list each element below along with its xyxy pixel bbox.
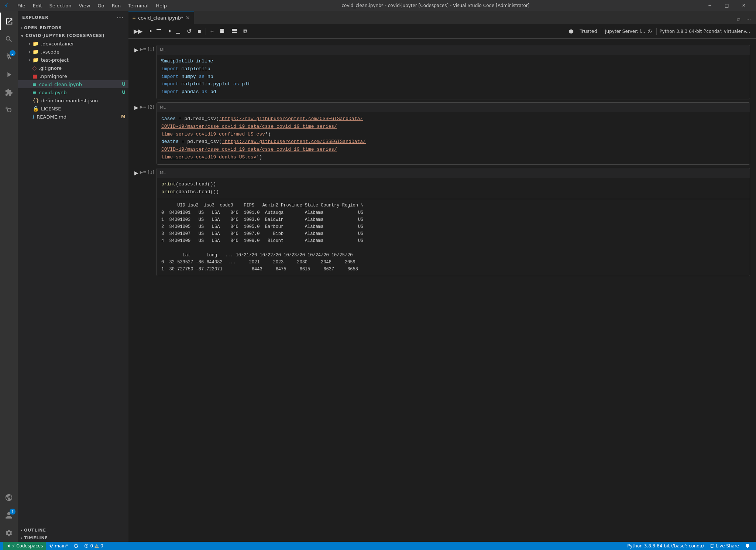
cell-2-number: [2] — [148, 105, 154, 110]
tab-notebook-icon: ≡ — [132, 15, 136, 20]
outline-section[interactable]: › OUTLINE — [18, 526, 128, 534]
clear-button[interactable] — [217, 27, 228, 35]
menu-file[interactable]: File — [14, 2, 28, 9]
table-view-button[interactable] — [229, 27, 240, 35]
activity-explorer[interactable] — [0, 13, 18, 30]
run-above-button[interactable] — [146, 27, 164, 35]
file-npmignore[interactable]: › ■ .npmignore — [18, 72, 128, 80]
editor-area: ≡ covid_clean.ipynb* ✕ ⧉ ··· ▶▶ ↺ ■ — [128, 11, 756, 542]
cell-2-run-button[interactable]: ▶ — [134, 105, 138, 110]
cell-1-body[interactable]: ML %matplotlib inline import matplotlib … — [157, 45, 750, 99]
close-button[interactable]: ✕ — [735, 0, 752, 11]
menu-terminal[interactable]: Terminal — [125, 2, 151, 9]
run-all-button[interactable]: ▶▶ — [131, 27, 145, 36]
svg-rect-6 — [232, 29, 237, 30]
cell-3-type[interactable]: ML — [160, 170, 166, 175]
chevron-right-icon: › — [27, 57, 32, 63]
cell-1-type[interactable]: ML — [160, 48, 166, 52]
cell-3-body[interactable]: ML print(cases.head()) print(deaths.head… — [157, 168, 750, 276]
active-tab[interactable]: ≡ covid_clean.ipynb* ✕ — [128, 11, 194, 24]
notebook-icon: ≡ — [32, 89, 37, 95]
file-license[interactable]: › 🔒 LICENSE — [18, 105, 128, 113]
errors-status[interactable]: 0 0 — [81, 542, 106, 550]
svg-point-13 — [96, 547, 97, 547]
notification-status[interactable] — [742, 542, 753, 550]
file-name: covid_clean.ipynb — [39, 82, 122, 87]
add-cell-button[interactable]: + — [208, 27, 216, 36]
menu-run[interactable]: Run — [109, 2, 124, 9]
window-title: covid_clean.ipynb* - covid-jupyter [Code… — [176, 3, 695, 8]
open-editors-section[interactable]: › OPEN EDITORS — [18, 24, 128, 32]
activity-remote-explorer[interactable] — [0, 489, 18, 506]
activity-run-debug[interactable] — [0, 66, 18, 83]
activity-testing[interactable] — [0, 101, 18, 119]
activity-settings[interactable] — [0, 524, 18, 542]
branch-label: main* — [55, 543, 68, 549]
file-definition-manifest[interactable]: › {} definition-manifest.json — [18, 96, 128, 105]
file-devcontainer[interactable]: › 📁 .devcontainer — [18, 40, 128, 48]
cell-1-run-button[interactable]: ▶ — [134, 47, 138, 53]
minimize-button[interactable]: ─ — [701, 0, 718, 11]
file-badge: M — [121, 114, 126, 119]
remote-status[interactable]: ⚡ Codespaces — [3, 542, 46, 550]
menu-help[interactable]: Help — [153, 2, 170, 9]
title-bar: ⚡ File Edit Selection View Go Run Termin… — [0, 0, 756, 11]
cell-3-code[interactable]: print(cases.head()) print(deaths.head()) — [157, 178, 750, 199]
activity-source-control[interactable]: 3 — [0, 48, 18, 66]
cell-2-toolbar: ML — [157, 103, 750, 112]
cell-3-run-button[interactable]: ▶ — [134, 170, 138, 176]
cell-2-run-list-icon: ▶≡ — [140, 105, 147, 109]
svg-rect-1 — [176, 33, 180, 34]
sidebar: Explorer ··· › OPEN EDITORS ∨ COVID-JUPY… — [18, 11, 128, 542]
liveshare-status[interactable]: Live Share — [707, 542, 742, 550]
tab-name: covid_clean.ipynb* — [138, 15, 183, 21]
branch-status[interactable]: main* — [46, 542, 71, 550]
menu-view[interactable]: View — [76, 2, 93, 9]
more-actions-button[interactable]: ··· — [744, 15, 753, 24]
file-covid-clean[interactable]: › ≡ covid_clean.ipynb U — [18, 80, 128, 88]
file-test-project[interactable]: › 📁 test-project — [18, 56, 128, 64]
cell-3: ▶ ▶≡ [3] ML print(cases.head()) print(de… — [128, 168, 756, 276]
menu-go[interactable]: Go — [94, 2, 107, 9]
file-vscode[interactable]: › 📁 .vscode — [18, 48, 128, 56]
python-kernel-info[interactable]: Python 3.8.3 64-bit ('conda': virtualenv… — [656, 28, 753, 35]
cell-1-run-list-icon: ▶≡ — [140, 47, 147, 52]
timeline-label: TIMELINE — [24, 536, 48, 540]
run-below-button[interactable] — [165, 27, 183, 35]
jupyter-server-info[interactable]: Jupyter Server: l... — [602, 28, 654, 35]
file-gitignore[interactable]: › ◇ .gitignore — [18, 64, 128, 72]
sync-status[interactable] — [71, 542, 81, 550]
file-covid[interactable]: › ≡ covid.ipynb U — [18, 88, 128, 96]
activity-account[interactable]: 1 — [0, 506, 18, 524]
restart-button[interactable]: ↺ — [185, 27, 194, 36]
activity-search[interactable] — [0, 30, 18, 48]
split-editor-button[interactable]: ⧉ — [734, 15, 743, 24]
cell-2-body[interactable]: ML cases = pd.read_csv('https://raw.gith… — [157, 102, 750, 165]
cell-3-run-list-icon: ▶≡ — [140, 170, 147, 175]
sidebar-more-button[interactable]: ··· — [116, 14, 124, 21]
cell-2-code[interactable]: cases = pd.read_csv('https://raw.githubu… — [157, 112, 750, 164]
workspace-section[interactable]: ∨ COVID-JUPYTER [CODESPACES] — [18, 32, 128, 40]
notebook-content[interactable]: ▶ ▶≡ [1] ML %matplotlib inline import ma… — [128, 39, 756, 542]
explorer-title: Explorer — [22, 15, 49, 20]
cell-2-type[interactable]: ML — [160, 105, 166, 110]
cell-1-code[interactable]: %matplotlib inline import matplotlib imp… — [157, 55, 750, 99]
timeline-section[interactable]: › TIMELINE — [18, 534, 128, 542]
maximize-button[interactable]: □ — [718, 0, 735, 11]
file-name: .vscode — [41, 49, 128, 55]
menu-selection[interactable]: Selection — [47, 2, 75, 9]
cell-3-number: [3] — [148, 170, 154, 175]
json-icon: {} — [32, 98, 39, 103]
file-readme[interactable]: › ℹ README.md M — [18, 113, 128, 121]
file-badge: U — [122, 82, 126, 87]
variable-explorer-button[interactable] — [567, 27, 575, 35]
split-view-button[interactable]: ⧉ — [241, 27, 250, 36]
cell-2: ▶ ▶≡ [2] ML cases = pd.read_csv('https:/… — [128, 102, 756, 165]
activity-extensions[interactable] — [0, 83, 18, 101]
menu-edit[interactable]: Edit — [30, 2, 45, 9]
interrupt-button[interactable]: ■ — [195, 27, 203, 36]
tab-close-button[interactable]: ✕ — [186, 15, 190, 21]
license-icon: 🔒 — [32, 106, 39, 112]
trusted-label[interactable]: Trusted — [577, 28, 600, 35]
python-status[interactable]: Python 3.8.3 64-bit ('base': conda) — [624, 542, 707, 550]
